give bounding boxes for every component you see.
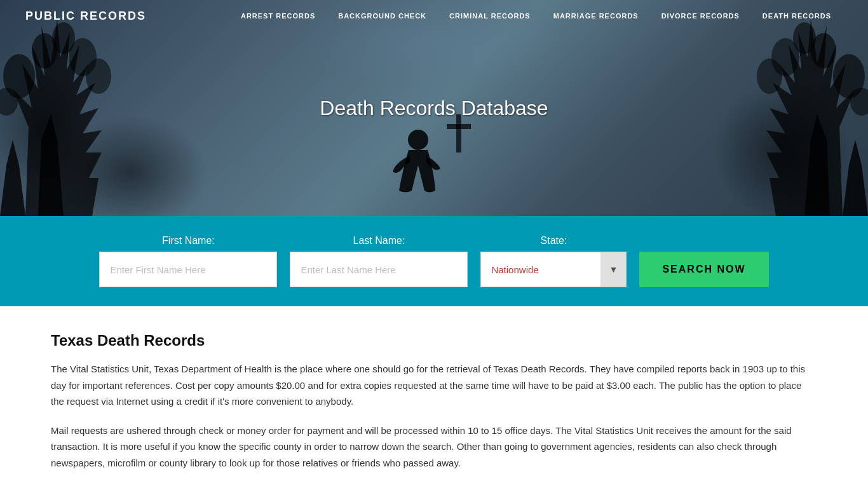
- svg-point-4: [86, 58, 111, 94]
- site-logo[interactable]: PUBLIC RECORDS: [25, 10, 146, 23]
- nav-link-criminal-records[interactable]: CRIMINAL RECORDS: [438, 12, 542, 20]
- first-name-label: First Name:: [99, 235, 277, 247]
- last-name-field: Last Name:: [290, 235, 468, 287]
- nav-link-death-records[interactable]: DEATH RECORDS: [751, 12, 843, 20]
- header: PUBLIC RECORDS ARREST RECORDSBACKGROUND …: [0, 0, 868, 32]
- last-name-input[interactable]: [290, 252, 468, 287]
- hero-section: Death Records Database: [0, 0, 868, 216]
- nav-link-marriage-records[interactable]: MARRIAGE RECORDS: [542, 12, 650, 20]
- search-section: First Name: Last Name: State: Nationwide…: [0, 216, 868, 306]
- state-field: State: NationwideAlabamaAlaskaArizonaArk…: [480, 235, 627, 287]
- state-label: State:: [480, 235, 627, 247]
- main-content: Texas Death Records The Vital Statistics…: [0, 306, 868, 488]
- content-paragraph-1: The Vital Statistics Unit, Texas Departm…: [51, 361, 817, 410]
- nav-link-divorce-records[interactable]: DIVORCE RECORDS: [650, 12, 751, 20]
- search-now-button[interactable]: SEARCH NOW: [639, 252, 768, 287]
- content-title: Texas Death Records: [51, 332, 817, 349]
- svg-point-10: [757, 58, 782, 94]
- state-select-wrapper: NationwideAlabamaAlaskaArizonaArkansasCa…: [480, 252, 627, 287]
- svg-rect-12: [456, 114, 461, 152]
- state-select[interactable]: NationwideAlabamaAlaskaArizonaArkansasCa…: [481, 252, 626, 287]
- main-nav: ARREST RECORDSBACKGROUND CHECKCRIMINAL R…: [229, 12, 843, 20]
- nav-link-background-check[interactable]: BACKGROUND CHECK: [327, 12, 438, 20]
- svg-rect-13: [447, 124, 471, 129]
- hero-title: Death Records Database: [320, 97, 548, 120]
- first-name-field: First Name:: [99, 235, 277, 287]
- tree-silhouette-left: [0, 13, 140, 216]
- svg-point-14: [408, 130, 428, 150]
- tree-silhouette-right: [728, 13, 868, 216]
- nav-link-arrest-records[interactable]: ARREST RECORDS: [229, 12, 327, 20]
- content-paragraph-2: Mail requests are ushered through check …: [51, 423, 817, 471]
- first-name-input[interactable]: [99, 252, 277, 287]
- last-name-label: Last Name:: [290, 235, 468, 247]
